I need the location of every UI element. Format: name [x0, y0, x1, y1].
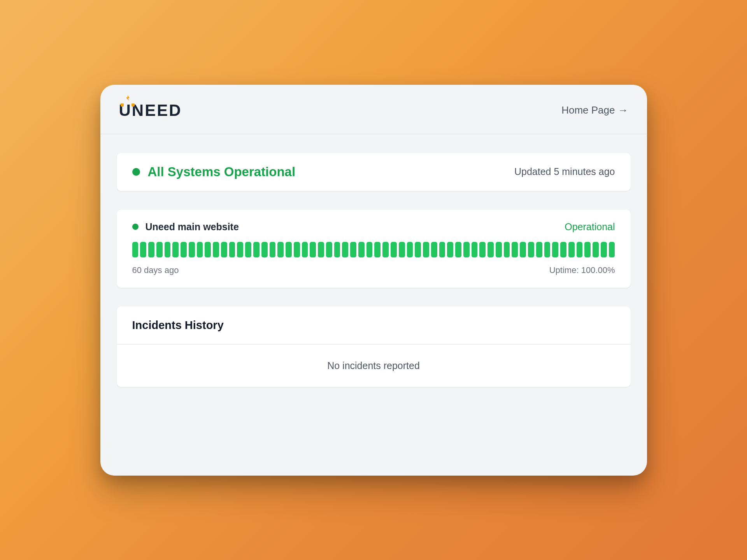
- uptime-day-bar[interactable]: [310, 242, 316, 257]
- uptime-day-bar[interactable]: [197, 242, 203, 257]
- uptime-day-bar[interactable]: [350, 242, 356, 257]
- uptime-day-bar[interactable]: [237, 242, 243, 257]
- uptime-day-bar[interactable]: [221, 242, 227, 257]
- overall-status-card: All Systems Operational Updated 5 minute…: [117, 153, 631, 191]
- svg-rect-1: [132, 103, 135, 107]
- monitor-card: Uneed main website Operational 60 days a…: [117, 210, 631, 288]
- uptime-day-bar[interactable]: [132, 242, 139, 257]
- uptime-day-bar[interactable]: [487, 242, 494, 257]
- uptime-day-bar[interactable]: [318, 242, 324, 257]
- monitor-period-label: 60 days ago: [132, 265, 179, 275]
- uptime-day-bar[interactable]: [504, 242, 510, 257]
- uptime-day-bar[interactable]: [172, 242, 179, 257]
- uptime-day-bar[interactable]: [148, 242, 154, 257]
- uptime-day-bar[interactable]: [358, 242, 365, 257]
- monitor-name: Uneed main website: [146, 221, 239, 233]
- uptime-day-bar[interactable]: [382, 242, 389, 257]
- uptime-day-bar[interactable]: [294, 242, 300, 257]
- uptime-day-bar[interactable]: [286, 242, 292, 257]
- monitor-status-label: Operational: [565, 221, 615, 233]
- arrow-right-icon: →: [618, 104, 628, 116]
- home-page-link[interactable]: Home Page →: [561, 104, 628, 116]
- uptime-day-bar[interactable]: [520, 242, 526, 257]
- uptime-day-bar[interactable]: [415, 242, 421, 257]
- uptime-day-bar[interactable]: [277, 242, 284, 257]
- uptime-day-bar[interactable]: [181, 242, 187, 257]
- incidents-header: Incidents History: [117, 306, 631, 344]
- uptime-day-bar[interactable]: [560, 242, 566, 257]
- uptime-day-bar[interactable]: [536, 242, 542, 257]
- uptime-day-bar[interactable]: [326, 242, 332, 257]
- uptime-day-bar[interactable]: [463, 242, 470, 257]
- uptime-day-bar[interactable]: [447, 242, 453, 257]
- monitor-footer: 60 days ago Uptime: 100.00%: [132, 265, 615, 275]
- uptime-day-bar[interactable]: [496, 242, 502, 257]
- main-content: All Systems Operational Updated 5 minute…: [100, 134, 647, 406]
- overall-status-left: All Systems Operational: [132, 164, 296, 179]
- uptime-day-bar[interactable]: [455, 242, 461, 257]
- uptime-day-bar[interactable]: [342, 242, 348, 257]
- uptime-day-bar[interactable]: [334, 242, 340, 257]
- uptime-day-bar[interactable]: [253, 242, 260, 257]
- uptime-day-bar[interactable]: [512, 242, 518, 257]
- status-page-window: UNEED Home Page → All Systems Operationa…: [100, 85, 647, 476]
- monitor-uptime-label: Uptime: 100.00%: [549, 265, 615, 275]
- uptime-day-bar[interactable]: [213, 242, 219, 257]
- uptime-day-bar[interactable]: [609, 242, 615, 257]
- uptime-day-bar[interactable]: [391, 242, 397, 257]
- monitor-header: Uneed main website Operational: [132, 221, 615, 233]
- uptime-day-bar[interactable]: [156, 242, 163, 257]
- uptime-day-bar[interactable]: [366, 242, 373, 257]
- uptime-day-bar[interactable]: [472, 242, 478, 257]
- uptime-day-bar[interactable]: [528, 242, 534, 257]
- brand-logo: UNEED: [119, 101, 182, 120]
- uptime-day-bar[interactable]: [601, 242, 607, 257]
- spark-icon: [121, 94, 136, 109]
- page-header: UNEED Home Page →: [100, 85, 647, 134]
- incidents-empty-message: No incidents reported: [117, 344, 631, 387]
- uptime-day-bar[interactable]: [568, 242, 575, 257]
- uptime-day-bar[interactable]: [431, 242, 437, 257]
- uptime-day-bar[interactable]: [302, 242, 308, 257]
- incidents-title: Incidents History: [132, 319, 615, 332]
- overall-status-title: All Systems Operational: [148, 164, 296, 179]
- uptime-day-bar[interactable]: [140, 242, 146, 257]
- uptime-day-bar[interactable]: [423, 242, 429, 257]
- uptime-day-bar[interactable]: [593, 242, 599, 257]
- uptime-day-bar[interactable]: [544, 242, 551, 257]
- incidents-card: Incidents History No incidents reported: [117, 306, 631, 387]
- uptime-day-bar[interactable]: [189, 242, 195, 257]
- uptime-day-bar[interactable]: [205, 242, 211, 257]
- uptime-day-bar[interactable]: [245, 242, 251, 257]
- uptime-day-bar[interactable]: [399, 242, 405, 257]
- status-updated-time: Updated 5 minutes ago: [514, 166, 615, 177]
- monitor-status-icon: [132, 224, 139, 230]
- uptime-day-bar[interactable]: [479, 242, 486, 257]
- uptime-day-bar[interactable]: [577, 242, 583, 257]
- home-page-label: Home Page: [561, 104, 615, 116]
- svg-rect-0: [121, 103, 124, 107]
- uptime-bars: [132, 242, 615, 257]
- uptime-day-bar[interactable]: [584, 242, 591, 257]
- uptime-day-bar[interactable]: [261, 242, 268, 257]
- uptime-day-bar[interactable]: [407, 242, 413, 257]
- status-indicator-icon: [132, 168, 140, 176]
- uptime-day-bar[interactable]: [270, 242, 276, 257]
- uptime-day-bar[interactable]: [439, 242, 445, 257]
- uptime-day-bar[interactable]: [229, 242, 235, 257]
- monitor-left: Uneed main website: [132, 221, 239, 233]
- uptime-day-bar[interactable]: [552, 242, 558, 257]
- uptime-day-bar[interactable]: [374, 242, 381, 257]
- uptime-day-bar[interactable]: [165, 242, 171, 257]
